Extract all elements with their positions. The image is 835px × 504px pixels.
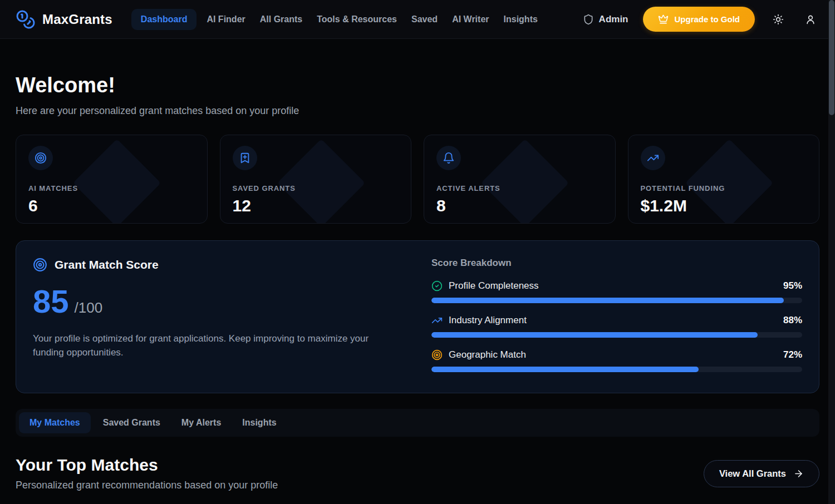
nav-links: Dashboard AI Finder All Grants Tools & R… xyxy=(131,9,542,30)
check-circle-icon xyxy=(431,280,443,291)
nav-item-ai-writer[interactable]: AI Writer xyxy=(448,9,493,30)
top-navbar: MaxGrants Dashboard AI Finder All Grants… xyxy=(0,0,835,39)
target-icon xyxy=(35,152,47,164)
stat-label: AI MATCHES xyxy=(28,184,195,192)
admin-label: Admin xyxy=(599,14,628,25)
nav-item-dashboard[interactable]: Dashboard xyxy=(131,9,197,30)
tab-my-matches[interactable]: My Matches xyxy=(19,412,91,433)
target-icon xyxy=(33,258,47,272)
stat-card-saved-grants: SAVED GRANTS 12 xyxy=(220,135,412,224)
score-breakdown: Score Breakdown Profile Completeness 95% xyxy=(431,258,802,376)
score-summary: Grant Match Score 85 /100 Your profile i… xyxy=(33,258,405,376)
stats-row: AI MATCHES 6 SAVED GRANTS 12 ACTIVE ALER… xyxy=(16,135,819,224)
stat-value: $1.2M xyxy=(641,196,807,215)
progress-bar-fill xyxy=(431,367,699,372)
tab-my-alerts[interactable]: My Alerts xyxy=(173,412,230,433)
coins-icon xyxy=(16,9,36,29)
tab-saved-grants[interactable]: Saved Grants xyxy=(94,412,169,433)
top-matches-header: Your Top Matches Personalized grant reco… xyxy=(16,456,819,492)
target-icon xyxy=(431,349,443,360)
score-value: 85 xyxy=(33,285,69,318)
main-content: Welcome! Here are your personalized gran… xyxy=(0,73,835,491)
arrow-right-icon xyxy=(793,468,804,479)
score-denominator: /100 xyxy=(75,299,103,317)
score-description: Your profile is optimized for grant appl… xyxy=(33,332,395,360)
grant-match-score-card: Grant Match Score 85 /100 Your profile i… xyxy=(16,240,819,393)
nav-item-tools-resources[interactable]: Tools & Resources xyxy=(312,9,401,30)
breakdown-percent: 95% xyxy=(783,280,802,291)
breakdown-percent: 72% xyxy=(783,349,802,360)
stat-icon-badge xyxy=(641,146,665,170)
brand-name: MaxGrants xyxy=(42,12,112,27)
brand-logo[interactable]: MaxGrants xyxy=(16,9,112,29)
breakdown-row-geographic-match: Geographic Match 72% xyxy=(431,349,802,372)
nav-item-saved[interactable]: Saved xyxy=(407,9,442,30)
stat-value: 6 xyxy=(28,196,195,215)
stat-card-active-alerts: ACTIVE ALERTS 8 xyxy=(424,135,616,224)
nav-right-cluster: Admin Upgrade to Gold xyxy=(583,7,819,32)
breakdown-row-industry-alignment: Industry Alignment 88% xyxy=(431,315,802,338)
progress-bar xyxy=(431,332,802,338)
scrollbar-thumb[interactable] xyxy=(829,0,834,115)
nav-item-admin[interactable]: Admin xyxy=(583,14,628,25)
stat-icon-badge xyxy=(233,146,257,170)
bell-icon xyxy=(443,152,455,164)
section-subtitle: Personalized grant recommendations based… xyxy=(16,480,278,491)
theme-toggle-button[interactable] xyxy=(769,11,787,28)
breakdown-label: Industry Alignment xyxy=(449,315,527,326)
page-subtitle: Here are your personalized grant matches… xyxy=(16,105,819,117)
tab-insights[interactable]: Insights xyxy=(233,412,285,433)
score-card-title: Grant Match Score xyxy=(55,258,159,271)
nav-item-insights[interactable]: Insights xyxy=(499,9,542,30)
sun-icon xyxy=(773,14,784,25)
upgrade-to-gold-button[interactable]: Upgrade to Gold xyxy=(643,7,755,32)
progress-bar xyxy=(431,298,802,303)
stat-value: 8 xyxy=(436,196,603,215)
nav-item-all-grants[interactable]: All Grants xyxy=(256,9,307,30)
breakdown-percent: 88% xyxy=(783,315,802,326)
stat-card-potential-funding: POTENTIAL FUNDING $1.2M xyxy=(628,135,820,224)
breakdown-row-profile-completeness: Profile Completeness 95% xyxy=(431,280,802,303)
scrollbar-track[interactable] xyxy=(828,0,835,504)
section-title: Your Top Matches xyxy=(16,456,278,475)
breakdown-label: Geographic Match xyxy=(449,349,526,360)
progress-bar-fill xyxy=(431,332,758,338)
top-matches-titles: Your Top Matches Personalized grant reco… xyxy=(16,456,278,492)
shield-icon xyxy=(583,14,594,25)
crown-icon xyxy=(658,14,669,24)
stat-label: POTENTIAL FUNDING xyxy=(641,184,807,192)
progress-bar xyxy=(431,367,802,372)
profile-button[interactable] xyxy=(802,11,819,28)
nav-item-ai-finder[interactable]: AI Finder xyxy=(202,9,249,30)
trending-up-icon xyxy=(647,152,659,164)
breakdown-label: Profile Completeness xyxy=(449,280,539,291)
stat-value: 12 xyxy=(233,196,399,215)
content-tabs: My Matches Saved Grants My Alerts Insigh… xyxy=(16,409,819,437)
stat-icon-badge xyxy=(436,146,461,170)
trending-up-icon xyxy=(431,315,443,326)
stat-label: ACTIVE ALERTS xyxy=(436,184,603,192)
breakdown-title: Score Breakdown xyxy=(431,258,802,269)
page-title: Welcome! xyxy=(16,73,819,98)
bookmark-plus-icon xyxy=(239,152,251,164)
stat-label: SAVED GRANTS xyxy=(233,184,399,192)
upgrade-label: Upgrade to Gold xyxy=(675,14,740,24)
stat-icon-badge xyxy=(28,146,53,170)
view-all-grants-button[interactable]: View All Grants xyxy=(704,460,819,487)
progress-bar-fill xyxy=(431,298,784,303)
user-icon xyxy=(805,14,816,25)
stat-card-ai-matches: AI MATCHES 6 xyxy=(16,135,208,224)
view-all-label: View All Grants xyxy=(719,468,786,479)
